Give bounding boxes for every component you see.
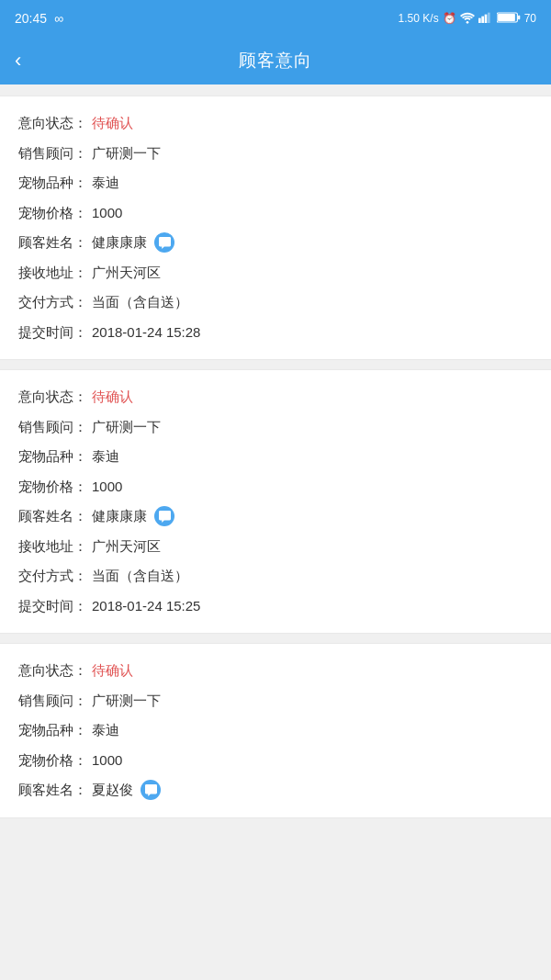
row-label: 宠物价格： — [18, 750, 92, 772]
row-value: 2018-01-24 15:25 — [92, 596, 533, 617]
row-value: 广研测一下 — [92, 691, 533, 712]
svg-rect-2 — [481, 16, 484, 22]
card-row: 宠物价格：1000 — [18, 203, 533, 224]
card-3: 意向状态：待确认销售顾问：广研测一下宠物品种：泰迪宠物价格：1000顾客姓名：夏… — [0, 643, 551, 818]
signal-icon — [478, 11, 493, 27]
row-value: 广州天河区 — [92, 536, 533, 558]
status-value: 待确认 — [92, 660, 533, 681]
row-label: 顾客姓名： — [18, 232, 92, 253]
svg-rect-1 — [478, 17, 481, 22]
row-label: 交付方式： — [18, 292, 92, 313]
row-label: 提交时间： — [18, 596, 92, 617]
row-value: 广研测一下 — [92, 417, 533, 438]
wifi-icon — [460, 11, 475, 27]
card-row: 顾客姓名：夏赵俊 — [18, 780, 533, 801]
nav-bar: ‹ 顾客意向 — [0, 37, 551, 84]
customer-name: 健康康康 — [92, 232, 147, 253]
row-value: 当面（含自送） — [92, 566, 533, 587]
row-label: 宠物价格： — [18, 477, 92, 498]
card-row: 意向状态：待确认 — [18, 387, 533, 408]
svg-rect-6 — [498, 14, 515, 21]
svg-rect-4 — [488, 12, 490, 22]
row-label: 交付方式： — [18, 566, 92, 587]
card-row: 宠物品种：泰迪 — [18, 720, 533, 741]
status-left: 20:45 ∞ — [15, 11, 63, 26]
card-row: 宠物品种：泰迪 — [18, 446, 533, 467]
battery-icon — [497, 11, 521, 27]
card-row: 宠物价格：1000 — [18, 750, 533, 772]
card-row: 销售顾问：广研测一下 — [18, 143, 533, 164]
row-label: 宠物品种： — [18, 720, 92, 741]
row-label: 意向状态： — [18, 660, 92, 681]
card-row: 接收地址：广州天河区 — [18, 263, 533, 284]
page-title: 顾客意向 — [239, 49, 312, 73]
chat-icon[interactable] — [141, 780, 161, 800]
svg-rect-3 — [484, 14, 487, 22]
row-label: 意向状态： — [18, 387, 92, 408]
status-value: 待确认 — [92, 387, 533, 408]
card-row: 宠物价格：1000 — [18, 477, 533, 498]
row-label: 顾客姓名： — [18, 506, 92, 527]
status-time: 20:45 — [15, 11, 47, 26]
row-label: 接收地址： — [18, 536, 92, 558]
card-2: 意向状态：待确认销售顾问：广研测一下宠物品种：泰迪宠物价格：1000顾客姓名：健… — [0, 369, 551, 634]
row-label: 销售顾问： — [18, 417, 92, 438]
row-value: 1000 — [92, 203, 533, 224]
card-row: 顾客姓名：健康康康 — [18, 232, 533, 253]
row-value: 泰迪 — [92, 720, 533, 741]
row-value: 泰迪 — [92, 173, 533, 194]
row-value: 广研测一下 — [92, 143, 533, 164]
status-network: ∞ — [54, 11, 63, 26]
status-bar: 20:45 ∞ 1.50 K/s ⏰ — [0, 0, 551, 37]
card-row: 宠物品种：泰迪 — [18, 173, 533, 194]
row-label: 提交时间： — [18, 322, 92, 344]
status-value: 待确认 — [92, 113, 533, 134]
row-value: 广州天河区 — [92, 263, 533, 284]
name-row: 健康康康 — [92, 232, 174, 253]
row-value: 1000 — [92, 477, 533, 498]
row-label: 宠物价格： — [18, 203, 92, 224]
svg-rect-7 — [518, 15, 520, 18]
customer-name: 健康康康 — [92, 506, 147, 527]
row-value: 2018-01-24 15:28 — [92, 322, 533, 344]
chat-icon[interactable] — [154, 232, 174, 253]
card-row: 意向状态：待确认 — [18, 113, 533, 134]
row-label: 销售顾问： — [18, 691, 92, 712]
row-label: 宠物品种： — [18, 446, 92, 467]
card-1: 意向状态：待确认销售顾问：广研测一下宠物品种：泰迪宠物价格：1000顾客姓名：健… — [0, 96, 551, 360]
status-right: 1.50 K/s ⏰ 70 — [399, 11, 536, 27]
row-value: 泰迪 — [92, 446, 533, 467]
card-row: 提交时间：2018-01-24 15:28 — [18, 322, 533, 344]
row-label: 接收地址： — [18, 263, 92, 284]
card-row: 销售顾问：广研测一下 — [18, 691, 533, 712]
clock-icon: ⏰ — [443, 12, 456, 25]
chat-icon[interactable] — [154, 506, 174, 526]
customer-name: 夏赵俊 — [92, 780, 133, 801]
name-row: 健康康康 — [92, 506, 174, 527]
battery-level: 70 — [524, 12, 536, 25]
content-area: 意向状态：待确认销售顾问：广研测一下宠物品种：泰迪宠物价格：1000顾客姓名：健… — [0, 84, 551, 829]
card-row: 交付方式：当面（含自送） — [18, 566, 533, 587]
svg-point-0 — [466, 21, 468, 24]
card-row: 销售顾问：广研测一下 — [18, 417, 533, 438]
back-button[interactable]: ‹ — [15, 49, 21, 73]
row-value: 当面（含自送） — [92, 292, 533, 313]
row-label: 顾客姓名： — [18, 780, 92, 801]
name-row: 夏赵俊 — [92, 780, 161, 801]
card-row: 顾客姓名：健康康康 — [18, 506, 533, 527]
row-label: 宠物品种： — [18, 173, 92, 194]
row-label: 意向状态： — [18, 113, 92, 134]
row-value: 1000 — [92, 750, 533, 772]
card-row: 接收地址：广州天河区 — [18, 536, 533, 558]
card-row: 提交时间：2018-01-24 15:25 — [18, 596, 533, 617]
row-label: 销售顾问： — [18, 143, 92, 164]
card-row: 意向状态：待确认 — [18, 660, 533, 681]
card-row: 交付方式：当面（含自送） — [18, 292, 533, 313]
status-speed: 1.50 K/s — [399, 12, 439, 25]
